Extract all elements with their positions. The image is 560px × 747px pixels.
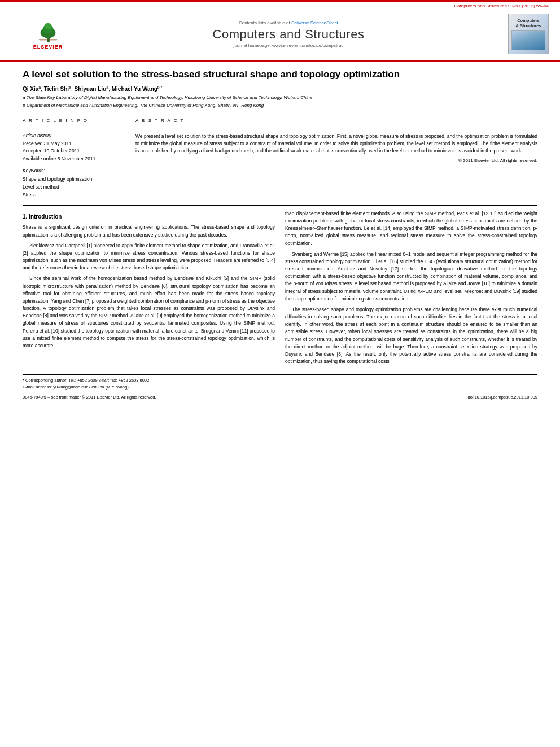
- history-label: Article history:: [23, 133, 118, 138]
- body-col-right: than displacement-based finite element m…: [285, 210, 537, 369]
- article-info-column: A R T I C L E I N F O Article history: R…: [23, 118, 124, 199]
- author3: Shiyuan Liu: [75, 86, 107, 92]
- corresponding-note: * Corresponding author. Tel.: +852 2609 …: [23, 377, 537, 383]
- journal-citation-bar: Computers and Structures 90–91 (2012) 55…: [0, 2, 560, 10]
- thumb-title: Computers& Structures: [515, 18, 541, 28]
- abstract-text: We present a level set solution to the s…: [135, 133, 537, 155]
- journal-homepage-line: journal homepage: www.elsevier.com/locat…: [85, 43, 492, 48]
- journal-header: Computers and Structures 90–91 (2012) 55…: [0, 2, 560, 62]
- body-para-2: Zienkiewicz and Campbell [1] pioneered t…: [23, 242, 275, 272]
- svg-point-3: [44, 23, 51, 29]
- body-para-6: The stress-based shape and topology opti…: [285, 306, 537, 365]
- journal-title-area: Contents lists available at SciVerse Sci…: [85, 20, 492, 48]
- article-info-label: A R T I C L E I N F O: [23, 118, 118, 123]
- keywords-label: Keywords:: [23, 168, 118, 173]
- article-content: A level set solution to the stress-based…: [0, 62, 560, 407]
- affiliation-b: b Department of Mechanical and Automatio…: [23, 102, 537, 108]
- elsevier-tree-icon: [33, 21, 64, 43]
- journal-cover-thumbnail: Computers& Structures: [508, 14, 549, 54]
- sciverse-link[interactable]: SciVerse ScienceDirect: [291, 20, 338, 25]
- abstract-divider: [135, 128, 537, 128]
- body-divider: [23, 205, 537, 206]
- elsevier-wordmark: ELSEVIER: [33, 44, 63, 50]
- author2: Tielin Shi: [44, 86, 69, 92]
- journal-main-title: Computers and Structures: [85, 27, 492, 42]
- author4: Michael Yu Wang: [112, 86, 158, 92]
- author1: Qi Xia: [23, 86, 38, 92]
- info-divider: [23, 128, 118, 128]
- body-para-1: Stress is a significant design criterion…: [23, 224, 275, 238]
- journal-citation: Computers and Structures 90–91 (2012) 55…: [454, 3, 549, 8]
- article-info-abstract: A R T I C L E I N F O Article history: R…: [23, 118, 537, 199]
- accepted-date: Accepted 10 October 2011: [23, 147, 118, 155]
- abstract-label: A B S T R A C T: [135, 118, 537, 123]
- elsevier-logo-area: ELSEVIER: [11, 19, 85, 50]
- keyword-2: Level set method: [23, 183, 118, 191]
- sciverse-line: Contents lists available at SciVerse Sci…: [85, 20, 492, 25]
- body-col-left: 1. Introduction Stress is a significant …: [23, 210, 275, 369]
- received-date: Received 31 May 2011: [23, 140, 118, 148]
- journal-cover-thumbnail-area: Computers& Structures: [492, 14, 549, 54]
- affiliation-a: a The State Key Laboratory of Digital Ma…: [23, 94, 537, 101]
- abstract-copyright: © 2011 Elsevier Ltd. All rights reserved…: [135, 158, 537, 163]
- header-divider: [23, 113, 537, 113]
- available-date: Available online 5 November 2011: [23, 155, 118, 163]
- abstract-column: A B S T R A C T We present a level set s…: [135, 118, 537, 199]
- footer-bottom: 0045-7949/$ – see front matter © 2011 El…: [23, 395, 537, 400]
- body-para-3: Since the seminal work of the homogeniza…: [23, 275, 275, 350]
- body-para-4: than displacement-based finite element m…: [285, 210, 537, 247]
- copyright-notice: 0045-7949/$ – see front matter © 2011 El…: [23, 395, 156, 400]
- footer-section: * Corresponding author. Tel.: +852 2609 …: [23, 374, 537, 390]
- keyword-1: Shape and topology optimization: [23, 175, 118, 183]
- journal-branding: ELSEVIER Contents lists available at Sci…: [0, 10, 560, 58]
- keyword-3: Stress: [23, 191, 118, 199]
- doi-text: doi:10.1016/j.compstruc.2011.10.009: [468, 395, 537, 400]
- email-note: E-mail address: yuwang@mae.cuhk.edu.hk (…: [23, 384, 537, 390]
- authors-line: Qi Xiaa, Tielin Shia, Shiyuan Liua, Mich…: [23, 85, 537, 92]
- body-para-5: Svanberg and Werme [15] applied the line…: [285, 251, 537, 303]
- elsevier-logo: ELSEVIER: [23, 19, 73, 50]
- article-title: A level set solution to the stress-based…: [23, 68, 537, 81]
- body-text-columns: 1. Introduction Stress is a significant …: [23, 210, 537, 369]
- section1-heading: 1. Introduction: [23, 212, 275, 221]
